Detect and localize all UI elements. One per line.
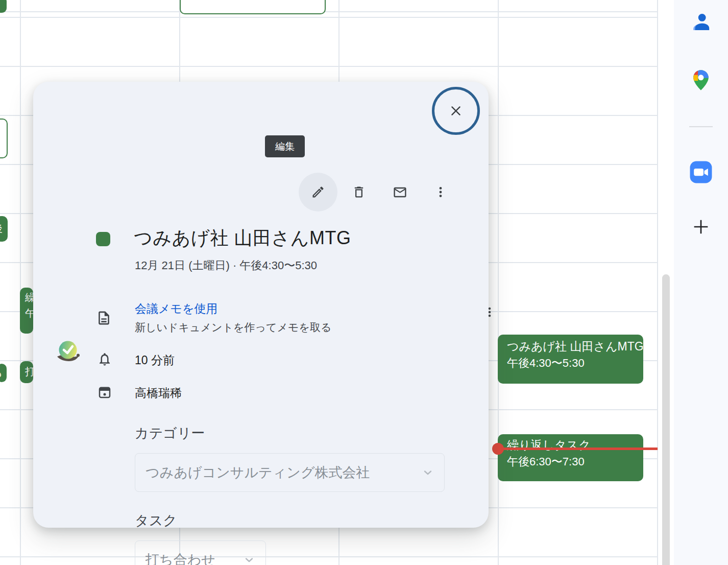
vertical-scrollbar[interactable] bbox=[662, 274, 670, 565]
task-label: タスク bbox=[135, 511, 177, 530]
email-guests-button[interactable] bbox=[385, 178, 414, 206]
event-color-swatch bbox=[96, 232, 110, 246]
gridline bbox=[0, 556, 658, 557]
google-calendar-screen: ら M 後 も 繰 午 打 つみあげ社 山田さんMTG 午後4:30〜5:30 … bbox=[0, 0, 728, 565]
event-detail-popup: つみあげ社 山田さんMTG 12月 21日 (土曜日) · 午後4:30〜5:3… bbox=[33, 82, 489, 528]
partial-event-left-mo[interactable]: も bbox=[0, 364, 7, 382]
event-text-fragment: M bbox=[0, 137, 7, 150]
more-options-button[interactable] bbox=[426, 178, 455, 206]
google-maps-icon[interactable] bbox=[674, 68, 728, 92]
event-time: 午後4:30〜5:30 bbox=[507, 355, 639, 371]
event-time: 午後6:30〜7:30 bbox=[507, 454, 639, 470]
partial-event-top-left[interactable] bbox=[0, 0, 7, 13]
partial-event-column-b[interactable]: 打 bbox=[20, 361, 33, 383]
bell-icon bbox=[97, 351, 112, 367]
side-panel bbox=[674, 0, 728, 565]
category-label: カテゴリー bbox=[135, 424, 205, 442]
calendar-icon bbox=[97, 385, 112, 400]
event-tsumiage-mtg[interactable]: つみあげ社 山田さんMTG 午後4:30〜5:30 bbox=[498, 335, 643, 384]
popup-event-title: つみあげ社 山田さんMTG bbox=[134, 226, 351, 251]
close-button[interactable] bbox=[432, 87, 480, 135]
event-text-fragment: ら bbox=[0, 124, 7, 137]
use-meeting-notes-link[interactable]: 会議メモを使用 bbox=[135, 301, 218, 317]
partial-event-column-a[interactable]: 繰 午 bbox=[20, 288, 33, 334]
category-dropdown[interactable]: つみあげコンサルティング株式会社 bbox=[135, 453, 445, 492]
add-addon-icon[interactable] bbox=[674, 217, 728, 237]
meeting-notes-description: 新しいドキュメントを作ってメモを取る bbox=[135, 320, 331, 335]
task-selected-value: 打ち合わせ bbox=[145, 551, 215, 565]
chevron-down-icon bbox=[243, 554, 255, 565]
edit-button[interactable] bbox=[299, 173, 337, 211]
gridline bbox=[0, 11, 658, 12]
calendar-owner: 高橋瑞稀 bbox=[135, 385, 182, 401]
gridline bbox=[498, 0, 499, 565]
reminder-value: 10 分前 bbox=[135, 352, 175, 368]
popup-event-datetime: 12月 21日 (土曜日) · 午後4:30〜5:30 bbox=[135, 258, 317, 273]
event-text-fragment: 後 bbox=[0, 221, 8, 236]
event-title: つみあげ社 山田さんMTG bbox=[507, 338, 639, 355]
chevron-down-icon bbox=[422, 466, 434, 479]
sidebar-divider bbox=[689, 126, 713, 127]
category-selected-value: つみあげコンサルティング株式会社 bbox=[145, 463, 370, 482]
document-icon bbox=[96, 310, 112, 326]
partial-event-outlined-top[interactable] bbox=[180, 0, 326, 14]
current-time-dot bbox=[492, 443, 504, 455]
gridline bbox=[0, 17, 658, 18]
current-time-line bbox=[493, 448, 658, 450]
gridline bbox=[657, 0, 658, 565]
event-repeat-task[interactable]: 繰り返しタスク 午後6:30〜7:30 bbox=[498, 434, 643, 481]
event-text-fragment: 繰 bbox=[25, 290, 33, 305]
event-text-fragment: 午 bbox=[25, 305, 33, 321]
event-text-fragment: 打 bbox=[25, 364, 33, 379]
zoom-app-icon[interactable] bbox=[674, 160, 728, 184]
partial-event-outlined-left[interactable]: ら M bbox=[0, 119, 8, 158]
partial-event-left-go[interactable]: 後 bbox=[0, 216, 8, 242]
task-dropdown[interactable]: 打ち合わせ bbox=[135, 540, 266, 565]
gridline bbox=[0, 66, 658, 67]
delete-button[interactable] bbox=[345, 178, 373, 206]
gridline bbox=[20, 0, 21, 565]
google-contacts-icon[interactable] bbox=[674, 11, 728, 35]
notes-more-options-button[interactable] bbox=[475, 298, 504, 326]
category-app-logo bbox=[55, 339, 81, 365]
event-text-fragment: も bbox=[0, 365, 7, 380]
edit-tooltip: 編集 bbox=[265, 135, 305, 157]
event-title: 繰り返しタスク bbox=[507, 437, 639, 454]
